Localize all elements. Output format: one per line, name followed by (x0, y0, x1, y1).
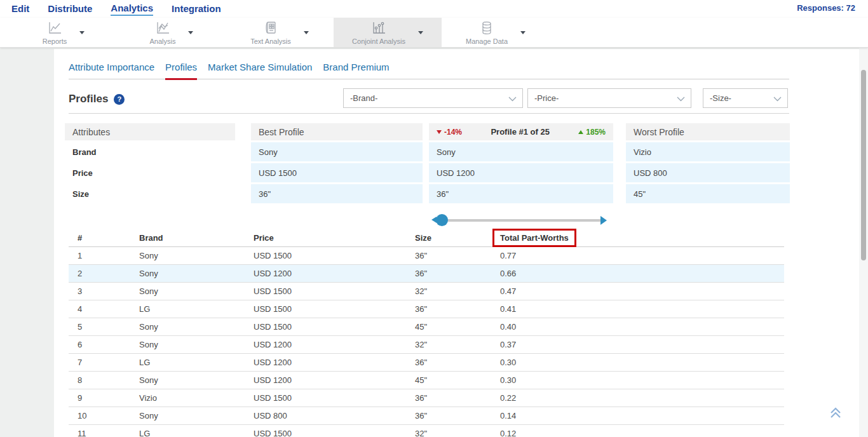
column-header-size[interactable]: Size (415, 233, 500, 243)
toolbar-text-analysis-button[interactable]: Text Analysis (226, 18, 334, 47)
table-row[interactable]: 5 Sony USD 1500 45" 0.40 (69, 318, 784, 336)
profile-slider (429, 213, 613, 227)
nav-distribute[interactable]: Distribute (48, 3, 92, 15)
cell-price: USD 1500 (254, 251, 415, 260)
cell-price: USD 1500 (254, 322, 415, 332)
cell-number: 3 (69, 286, 139, 296)
table-row[interactable]: 4 LG USD 1500 36" 0.41 (69, 300, 784, 318)
cell-brand: Vizio (139, 393, 254, 403)
table-row[interactable]: 8 Sony USD 1200 45" 0.30 (69, 372, 784, 389)
table-row[interactable]: 11 LG USD 1500 32" 0.12 (69, 425, 784, 437)
cell-size: 32" (415, 429, 500, 437)
toolbar-manage-data-label: Manage Data (466, 37, 508, 45)
cell-size: 45" (415, 375, 500, 385)
cell-price: USD 1200 (254, 340, 415, 349)
help-icon[interactable]: ? (114, 94, 125, 105)
cell-size: 32" (415, 286, 500, 296)
size-filter-dropdown[interactable]: -Size- (703, 88, 788, 108)
cell-price: USD 1200 (254, 358, 415, 367)
scrollbar-thumb[interactable] (861, 70, 866, 260)
profile-count-label: Profile #1 of 25 (491, 127, 549, 137)
profiles-table: # Brand Price Size Total Part-Worths 1 S… (69, 229, 784, 437)
toolbar-conjoint-analysis-button[interactable]: Conjoint Analysis (334, 18, 442, 47)
toolbar-text-analysis-label: Text Analysis (250, 37, 291, 45)
cell-number: 7 (69, 358, 139, 367)
toolbar-manage-data-button[interactable]: Manage Data (442, 18, 550, 47)
responses-count[interactable]: Responses: 72 (797, 3, 855, 13)
cell-total-part-worths: 0.47 (500, 286, 784, 296)
tab-brand-premium[interactable]: Brand Premium (323, 62, 389, 80)
page-title: Profiles (69, 93, 108, 105)
slider-next-arrow-icon[interactable] (600, 216, 607, 225)
triangle-up-icon (578, 130, 583, 134)
cell-total-part-worths: 0.41 (500, 304, 784, 314)
cell-price: USD 800 (254, 411, 415, 420)
cell-total-part-worths: 0.66 (500, 269, 784, 278)
cell-number: 8 (69, 375, 139, 385)
table-row[interactable]: 1 Sony USD 1500 36" 0.77 (69, 247, 784, 265)
worst-profile-brand: Vizio (626, 142, 790, 161)
column-header-price[interactable]: Price (254, 233, 415, 243)
table-row[interactable]: 9 Vizio USD 1500 36" 0.22 (69, 389, 784, 407)
toolbar-reports-button[interactable]: Reports (10, 18, 118, 47)
toolbar-analysis-button[interactable]: Analysis (118, 18, 226, 47)
cell-price: USD 1500 (254, 286, 415, 296)
attributes-header: Attributes (65, 123, 235, 140)
attribute-label-price: Price (65, 163, 235, 182)
cell-brand: Sony (139, 251, 254, 260)
table-row[interactable]: 7 LG USD 1200 36" 0.30 (69, 354, 784, 372)
toolbar-analysis-label: Analysis (150, 37, 176, 45)
cell-total-part-worths: 0.77 (500, 251, 784, 260)
column-header-number[interactable]: # (69, 233, 139, 243)
cell-price: USD 1500 (254, 429, 415, 437)
cell-brand: Sony (139, 322, 254, 332)
best-profile-price: USD 1500 (251, 163, 423, 182)
price-filter-dropdown[interactable]: -Price- (527, 88, 691, 108)
manage-data-caret-icon[interactable] (520, 31, 526, 34)
triangle-down-icon (437, 130, 442, 134)
cell-size: 36" (415, 411, 500, 420)
table-row[interactable]: 2 Sony USD 1200 36" 0.66 (69, 265, 784, 283)
cell-total-part-worths: 0.30 (500, 358, 784, 367)
slider-track[interactable] (438, 219, 604, 222)
tab-market-share-simulation[interactable]: Market Share Simulation (208, 62, 312, 80)
brand-filter-value: -Brand- (350, 93, 377, 103)
attributes-column: Attributes Brand Price Size (65, 123, 235, 227)
table-row[interactable]: 6 Sony USD 1200 32" 0.37 (69, 336, 784, 354)
table-row[interactable]: 10 Sony USD 800 36" 0.14 (69, 407, 784, 425)
brand-filter-dropdown[interactable]: -Brand- (343, 88, 523, 108)
analysis-caret-icon[interactable] (188, 31, 193, 34)
cell-brand: Sony (139, 286, 254, 296)
cell-size: 32" (415, 340, 500, 349)
column-header-total-part-worths[interactable]: Total Part-Worths (500, 229, 784, 247)
cell-brand: LG (139, 429, 254, 437)
toolbar-conjoint-analysis-label: Conjoint Analysis (352, 37, 405, 45)
current-profile-size: 36" (429, 184, 613, 203)
cell-price: USD 1500 (254, 304, 415, 314)
reports-caret-icon[interactable] (79, 31, 85, 34)
nav-analytics[interactable]: Analytics (111, 2, 153, 16)
table-row[interactable]: 3 Sony USD 1500 32" 0.47 (69, 283, 784, 300)
cell-size: 36" (415, 393, 500, 403)
conjoint-analysis-caret-icon[interactable] (418, 31, 423, 34)
cell-number: 1 (69, 251, 139, 260)
nav-edit[interactable]: Edit (11, 3, 29, 15)
cell-size: 45" (415, 322, 500, 332)
page-scrollbar[interactable] (859, 0, 868, 437)
column-header-brand[interactable]: Brand (139, 233, 254, 243)
scroll-to-top-button[interactable] (829, 407, 843, 422)
cell-brand: Sony (139, 375, 254, 385)
current-profile-column: -14% Profile #1 of 25 185% Sony USD 1200… (429, 123, 613, 227)
slider-handle[interactable] (436, 214, 448, 226)
cell-total-part-worths: 0.22 (500, 393, 784, 403)
tab-attribute-importance[interactable]: Attribute Importance (69, 62, 154, 80)
toolbar-reports-label: Reports (43, 37, 67, 45)
cell-total-part-worths: 0.40 (500, 322, 784, 332)
increase-badge: 185% (578, 128, 606, 137)
tab-profiles[interactable]: Profiles (165, 62, 197, 80)
cell-brand: Sony (139, 340, 254, 349)
worst-profile-price: USD 800 (626, 163, 790, 182)
cell-price: USD 1200 (254, 269, 415, 278)
nav-integration[interactable]: Integration (172, 3, 221, 15)
text-analysis-caret-icon[interactable] (304, 31, 309, 34)
